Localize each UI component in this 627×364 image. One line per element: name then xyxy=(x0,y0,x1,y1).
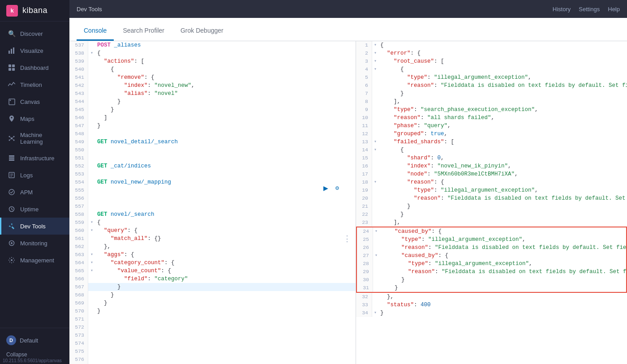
top-bar: Dev Tools History Settings Help xyxy=(69,0,627,18)
r-line-5: 5 "type": "illegal_argument_exception", xyxy=(356,73,627,81)
history-link[interactable]: History xyxy=(553,6,571,13)
r-line-21: 21 } xyxy=(356,202,627,210)
run-button[interactable]: ▶ xyxy=(321,183,331,193)
r-line-15: 15 "shard": 0, xyxy=(356,154,627,162)
code-line-565: 565 ▾ "value_count": { xyxy=(69,267,356,275)
sidebar-label-machine-learning: Machine Learning xyxy=(20,132,63,145)
code-line-538: 538 ▾ { xyxy=(69,49,356,57)
r-line-18: 18 ▾ "reason": { xyxy=(356,178,627,186)
svg-rect-0 xyxy=(9,51,10,54)
r-line-17: 17 "node": "5MXn60b0R3melCtBMH7iXA", xyxy=(356,170,627,178)
sidebar-item-discover[interactable]: 🔍 Discover xyxy=(0,25,69,42)
svg-line-16 xyxy=(9,138,12,140)
r-line-29: 29 "reason": "Fielddata is disabled on t… xyxy=(357,268,626,276)
sidebar-label-timelion: Timelion xyxy=(20,81,42,88)
logs-icon xyxy=(8,171,16,179)
copy-as-curl-button[interactable]: ⚙ xyxy=(332,183,342,193)
svg-rect-1 xyxy=(11,49,12,54)
r-line-6: 6 "reason": "Fielddata is disabled on te… xyxy=(356,81,627,90)
sidebar-item-dashboard[interactable]: Dashboard xyxy=(0,59,69,76)
sidebar-logo[interactable]: k kibana xyxy=(0,0,69,21)
sidebar-item-monitoring[interactable]: Monitoring xyxy=(0,235,69,252)
sidebar-item-uptime[interactable]: Uptime xyxy=(0,201,69,218)
sidebar-label-maps: Maps xyxy=(20,116,34,122)
code-line-575: 575 xyxy=(69,347,356,355)
sidebar-item-visualize[interactable]: Visualize xyxy=(0,42,69,59)
r-line-11: 11 "phase": "query", xyxy=(356,122,627,130)
code-line-570: 570 } xyxy=(69,307,356,315)
r-line-9: 9 "type": "search_phase_execution_except… xyxy=(356,106,627,114)
sidebar-label-visualize: Visualize xyxy=(20,47,43,54)
sidebar-item-canvas[interactable]: Canvas xyxy=(0,93,69,110)
svg-point-8 xyxy=(9,99,11,101)
r-line-28: 28 "type": "illegal_argument_exception", xyxy=(357,260,626,268)
r-line-32: 32 }, xyxy=(356,293,627,301)
error-highlight-box: 24 ▾ "caused_by": { 25 "type": "illegal_… xyxy=(356,227,627,293)
svg-line-14 xyxy=(9,137,12,138)
editor-area: 537 POST _aliases 538 ▾ { 539 "actions":… xyxy=(69,41,627,364)
sidebar-item-maps[interactable]: Maps xyxy=(0,110,69,127)
sidebar-item-dev-tools[interactable]: Dev Tools xyxy=(0,218,69,235)
user-name: Default xyxy=(20,337,38,344)
dev-tools-icon xyxy=(8,222,16,230)
visualize-icon xyxy=(8,47,16,55)
code-line-548: 548 xyxy=(69,130,356,138)
sidebar-item-management[interactable]: Management xyxy=(0,252,69,269)
code-editor[interactable]: 537 POST _aliases 538 ▾ { 539 "actions":… xyxy=(69,41,356,364)
user-avatar: D xyxy=(6,335,16,345)
uptime-icon xyxy=(8,205,16,213)
sidebar-label-uptime: Uptime xyxy=(20,206,39,213)
sidebar-label-canvas: Canvas xyxy=(20,98,40,105)
sidebar-label-management: Management xyxy=(20,257,54,264)
maps-icon xyxy=(8,115,16,123)
code-line-573: 573 xyxy=(69,331,356,339)
svg-rect-5 xyxy=(9,68,11,71)
r-line-31: 31 } xyxy=(357,284,626,292)
tab-console[interactable]: Console xyxy=(77,21,114,41)
code-line-543: 543 "alias": "novel" xyxy=(69,90,356,98)
settings-link[interactable]: Settings xyxy=(579,6,600,13)
management-icon xyxy=(8,256,16,264)
code-line-568: 568 } xyxy=(69,291,356,299)
sidebar-item-machine-learning[interactable]: Machine Learning xyxy=(0,127,69,150)
code-line-563: 563 ▾ "aggs": { xyxy=(69,251,356,259)
right-pane[interactable]: 1 ▾ { 2 ▾ "error": { 3 ▾ "root_cause": [… xyxy=(356,41,627,364)
r-line-10: 10 "reason": "all shards failed", xyxy=(356,114,627,122)
sidebar-label-monitoring: Monitoring xyxy=(20,240,47,247)
svg-rect-6 xyxy=(12,68,15,71)
kibana-logo-icon: k xyxy=(6,5,18,17)
code-line-552: 552 GET _cat/indices xyxy=(69,162,356,170)
code-line-546: 546 ] xyxy=(69,114,356,122)
code-line-559: 559 ▾ { xyxy=(69,218,356,227)
r-line-2: 2 ▾ "error": { xyxy=(356,49,627,57)
code-line-569: 569 } xyxy=(69,299,356,307)
r-line-4: 4 ▾ { xyxy=(356,65,627,73)
code-line-539: 539 "actions": [ xyxy=(69,57,356,65)
r-line-3: 3 ▾ "root_cause": [ xyxy=(356,57,627,65)
sidebar-item-timelion[interactable]: Timelion xyxy=(0,76,69,93)
r-line-27: 27 ▾ "caused_by": { xyxy=(357,252,626,260)
r-line-13: 13 ▾ "failed_shards": [ xyxy=(356,138,627,146)
r-line-30: 30 } xyxy=(357,276,626,284)
svg-rect-4 xyxy=(12,64,15,67)
page-title: Dev Tools xyxy=(77,6,102,13)
code-line-537: 537 POST _aliases xyxy=(69,41,356,49)
code-line-544: 544 } xyxy=(69,98,356,106)
tab-search-profiler[interactable]: Search Profiler xyxy=(116,21,172,41)
code-line-567: 567 } xyxy=(69,283,356,291)
tabs-bar: Console Search Profiler Grok Debugger xyxy=(69,18,627,41)
sidebar: k kibana 🔍 Discover Visualize Dashboard … xyxy=(0,0,69,364)
code-line-549: 549 GET novel_detail/_search xyxy=(69,138,356,146)
user-menu[interactable]: D Default xyxy=(0,332,69,349)
code-line-550: 550 xyxy=(69,146,356,154)
sidebar-item-apm[interactable]: APM xyxy=(0,184,69,201)
tab-grok-debugger[interactable]: Grok Debugger xyxy=(173,21,231,41)
code-line-551: 551 xyxy=(69,154,356,162)
sidebar-item-infrastructure[interactable]: Infrastructure xyxy=(0,150,69,167)
more-options-button[interactable]: ⋮ xyxy=(343,234,351,244)
r-line-7: 7 } xyxy=(356,90,627,98)
left-pane: 537 POST _aliases 538 ▾ { 539 "actions":… xyxy=(69,41,356,364)
help-link[interactable]: Help xyxy=(608,6,620,13)
r-line-1: 1 ▾ { xyxy=(356,41,627,49)
sidebar-item-logs[interactable]: Logs xyxy=(0,167,69,184)
